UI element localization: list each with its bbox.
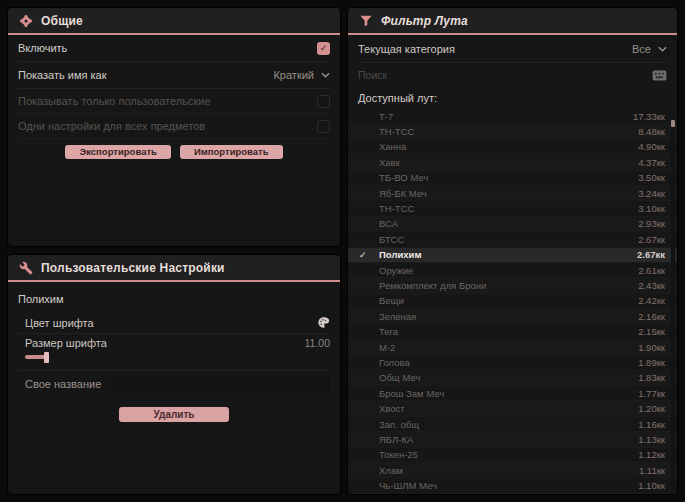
show-name-label: Показать имя как <box>18 69 107 81</box>
loot-item-name: Т-7 <box>379 111 633 122</box>
show-name-dropdown[interactable]: Краткий <box>273 69 330 81</box>
loot-list-item[interactable]: ✓ Полихим 2.67кк <box>348 248 677 263</box>
loot-item-value: 1.10кк <box>638 480 665 491</box>
mod-config-screen: Общие Включить ✓ Показать имя как Кратки… <box>0 0 685 502</box>
font-size-slider-wrap <box>18 352 330 371</box>
loot-item-name: М-2 <box>379 342 638 353</box>
import-button[interactable]: Импортировать <box>180 145 283 159</box>
loot-list-item[interactable]: ✓ Брош Зам Меч 1.77кк <box>348 386 677 401</box>
left-column: Общие Включить ✓ Показать имя как Кратки… <box>8 8 340 494</box>
loot-item-value: 3.50кк <box>638 172 665 183</box>
right-column: Фильтр Лута Текущая категория Все <box>348 8 677 494</box>
loot-list-item[interactable]: ✓ Оружие 2.61кк <box>348 263 677 278</box>
loot-list-item[interactable]: ✓ Зап. общ 1.16кк <box>348 417 677 432</box>
export-button[interactable]: Экспортировать <box>65 145 170 159</box>
general-settings-list: Включить ✓ Показать имя как Краткий <box>8 35 340 159</box>
loot-item-name: ЯБЛ-КА <box>379 434 638 445</box>
font-color-label: Цвет шрифта <box>25 317 94 329</box>
loot-list-item[interactable]: ✓ Зеленая 2.16кк <box>348 309 677 324</box>
only-custom-label: Показывать только пользовательские <box>18 95 211 107</box>
loot-list-item[interactable]: ✓ Голова 1.89кк <box>348 355 677 370</box>
custom-settings-content: Полихим Цвет шрифта Размер ш <box>8 282 340 430</box>
show-name-value: Краткий <box>273 69 314 81</box>
font-size-slider[interactable] <box>25 352 49 363</box>
enable-setting-row: Включить ✓ <box>18 35 330 62</box>
loot-item-name: Токен-25 <box>379 449 638 460</box>
loot-item-name: ТБ-ВО Меч <box>379 172 638 183</box>
loot-item-value: 1.90кк <box>638 342 665 353</box>
loot-list-item[interactable]: ✓ ТН-ТСС 3.10кк <box>348 201 677 216</box>
loot-list-item[interactable]: ✓ ТН-ТСС 8.48кк <box>348 124 677 139</box>
loot-item-name: Зап. общ <box>379 419 638 430</box>
loot-list-item[interactable]: ✓ Хавк 4.37кк <box>348 155 677 170</box>
font-size-row: Размер шрифта 11.00 <box>18 334 330 352</box>
enable-checkbox[interactable]: ✓ <box>317 42 330 55</box>
custom-settings-header: Пользовательские Настройки <box>8 255 340 282</box>
loot-item-value: 2.16кк <box>638 311 665 322</box>
loot-item-value: 1.83кк <box>638 372 665 383</box>
custom-name-row: Свое название <box>18 371 330 397</box>
funnel-icon <box>359 14 373 28</box>
loot-item-value: 1.13кк <box>638 434 665 445</box>
show-name-setting-row: Показать имя как Краткий <box>18 62 330 89</box>
loot-list-item[interactable]: ✓ М-2 1.90кк <box>348 340 677 355</box>
loot-list-item[interactable]: ✓ ТБ-ВО Меч 3.50кк <box>348 171 677 186</box>
custom-name-input[interactable] <box>111 376 330 393</box>
loot-item-value: 2.93кк <box>638 218 665 229</box>
delete-button[interactable]: Удалить <box>119 407 228 422</box>
loot-item-name: Брош Зам Меч <box>379 388 638 399</box>
loot-item-name: Тега <box>379 326 638 337</box>
loot-list-item[interactable]: ✓ Хвост 1.20кк <box>348 401 677 416</box>
category-dropdown[interactable]: Все <box>632 43 667 55</box>
loot-list-item[interactable]: ✓ Вещи 2.42кк <box>348 294 677 309</box>
check-icon: ✓ <box>359 250 367 260</box>
scrollbar-thumb[interactable] <box>671 120 675 127</box>
only-custom-checkbox <box>317 95 330 108</box>
category-label: Текущая категория <box>358 43 455 55</box>
loot-list-item[interactable]: ✓ Т-7 17.33кк <box>348 109 677 124</box>
loot-list-item[interactable]: ✓ Токен-25 1.12кк <box>348 448 677 463</box>
loot-list-item[interactable]: ✓ Общ Меч 1.83кк <box>348 371 677 386</box>
enable-label: Включить <box>18 42 67 54</box>
same-settings-label: Одни настройки для всех предметов <box>18 120 205 132</box>
keyboard-icon[interactable] <box>652 70 667 81</box>
same-settings-row: Одни настройки для всех предметов <box>18 114 330 139</box>
loot-list-scrollbar[interactable] <box>671 114 675 490</box>
loot-filter-header: Фильтр Лута <box>348 8 677 35</box>
selected-item-name: Полихим <box>18 293 330 305</box>
chevron-down-icon <box>321 72 330 78</box>
loot-item-name: ВСА <box>379 218 638 229</box>
loot-item-value: 8.48кк <box>638 126 665 137</box>
custom-settings-panel: Пользовательские Настройки Полихим Цвет … <box>8 255 340 494</box>
custom-name-label: Свое название <box>18 378 101 390</box>
gear-icon <box>19 14 33 28</box>
only-custom-setting-row: Показывать только пользовательские <box>18 89 330 114</box>
loot-list-item[interactable]: ✓ Ремкомплект для Брони 2.43кк <box>348 278 677 293</box>
delete-button-row: Удалить <box>18 407 330 422</box>
loot-list-item[interactable]: ✓ ЯБЛ-КА 1.13кк <box>348 432 677 447</box>
loot-item-name: Хвост <box>379 403 638 414</box>
general-panel-header: Общие <box>8 8 340 35</box>
search-input[interactable] <box>358 69 652 81</box>
loot-list-item[interactable]: ✓ ВСА 2.93кк <box>348 217 677 232</box>
font-size-value: 11.00 <box>305 337 331 349</box>
loot-item-value: 4.90кк <box>638 141 665 152</box>
loot-list-item[interactable]: ✓ Тега 2.15кк <box>348 324 677 339</box>
font-size-label: Размер шрифта <box>25 337 107 349</box>
custom-settings-title: Пользовательские Настройки <box>41 261 225 275</box>
same-settings-checkbox <box>317 120 330 133</box>
loot-item-name: Яб-БК Меч <box>379 188 638 199</box>
loot-item-name: Голова <box>379 357 638 368</box>
loot-item-value: 2.61кк <box>638 265 665 276</box>
loot-list-item[interactable]: ✓ Яб-БК Меч 3.24кк <box>348 186 677 201</box>
loot-item-value: 2.67кк <box>637 249 665 260</box>
loot-list-item[interactable]: ✓ Хлам 1.11кк <box>348 463 677 478</box>
slider-thumb[interactable] <box>44 352 49 363</box>
loot-item-name: Вещи <box>379 295 638 306</box>
palette-icon[interactable] <box>317 316 330 329</box>
loot-list-item[interactable]: ✓ Чь-ШЛМ Меч 1.10кк <box>348 478 677 493</box>
loot-list-item[interactable]: ✓ БТСС 2.67кк <box>348 232 677 247</box>
wrench-icon <box>19 261 33 275</box>
loot-item-value: 1.12кк <box>638 449 665 460</box>
loot-list-item[interactable]: ✓ Ханна 4.90кк <box>348 140 677 155</box>
